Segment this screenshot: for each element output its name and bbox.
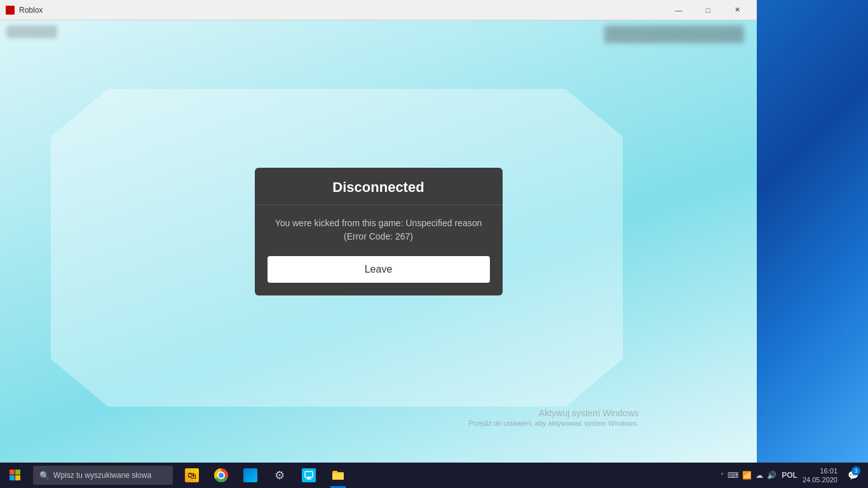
time-display: 16:01: [820, 466, 837, 475]
svg-rect-5: [308, 477, 310, 478]
system-icons: ˄ ⌨ 📶 ☁ 🔊: [721, 471, 776, 480]
notification-badge: 3: [851, 466, 860, 475]
modal-message: You were kicked from this game: Unspecif…: [270, 217, 487, 243]
date-display: 24.05.2020: [803, 475, 837, 484]
notification-button[interactable]: 💬 3: [843, 463, 863, 488]
svg-rect-0: [10, 470, 15, 475]
svg-rect-3: [15, 475, 20, 480]
modal-footer: Leave: [255, 256, 503, 295]
activation-watermark: Aktywuj system Windows Przejdź do ustawi…: [468, 408, 639, 427]
volume-icon: 🔊: [767, 471, 776, 480]
taskbar-right: ˄ ⌨ 📶 ☁ 🔊 POL 16:01 24.05.2020 💬 3: [721, 463, 868, 488]
svg-rect-4: [305, 471, 313, 477]
taskbar-settings-app[interactable]: ⚙: [266, 463, 294, 488]
leave-button[interactable]: Leave: [268, 256, 490, 283]
chevron-up-icon[interactable]: ˄: [721, 472, 724, 479]
windows-logo-icon: [10, 470, 21, 481]
wifi-icon: 📶: [742, 471, 752, 480]
keyboard-icon: ⌨: [728, 471, 738, 480]
disconnected-modal: Disconnected You were kicked from this g…: [255, 168, 503, 295]
chrome-icon: [214, 468, 228, 482]
taskbar-apps: 🛍 ⚙: [178, 463, 352, 488]
taskbar: 🔍 Wpisz tu wyszukiwane słowa 🛍 ⚙: [0, 463, 868, 488]
clock[interactable]: 16:01 24.05.2020: [803, 466, 837, 485]
roblox-window: Roblox — □ ✕ Disconnected You were kicke…: [0, 0, 757, 463]
search-icon: 🔍: [39, 471, 50, 480]
modal-header: Disconnected: [255, 168, 503, 205]
cloud-icon: ☁: [756, 471, 763, 480]
network-icon: [302, 468, 316, 482]
activation-subtitle: Przejdź do ustawień, aby aktywować syste…: [468, 419, 639, 427]
start-button[interactable]: [0, 463, 31, 488]
search-placeholder-text: Wpisz tu wyszukiwane słowa: [53, 471, 151, 480]
taskbar-chrome-app[interactable]: [207, 463, 235, 488]
search-bar[interactable]: 🔍 Wpisz tu wyszukiwane słowa: [33, 466, 173, 485]
settings-icon: ⚙: [273, 468, 287, 482]
svg-rect-2: [10, 475, 15, 480]
modal-overlay: Disconnected You were kicked from this g…: [0, 0, 757, 463]
activation-title: Aktywuj system Windows: [468, 408, 639, 418]
files-icon: [331, 468, 345, 482]
taskbar-store-app[interactable]: 🛍: [178, 463, 206, 488]
photos-icon: [243, 468, 257, 482]
svg-rect-1: [15, 470, 20, 475]
taskbar-network-app[interactable]: [295, 463, 323, 488]
taskbar-files-app[interactable]: [324, 463, 352, 488]
modal-title: Disconnected: [270, 179, 487, 196]
desktop-background: [757, 0, 868, 463]
svg-rect-6: [306, 478, 311, 480]
taskbar-photos-app[interactable]: [236, 463, 264, 488]
modal-body: You were kicked from this game: Unspecif…: [255, 205, 503, 256]
store-icon: 🛍: [185, 468, 199, 482]
language-indicator[interactable]: POL: [782, 471, 797, 480]
